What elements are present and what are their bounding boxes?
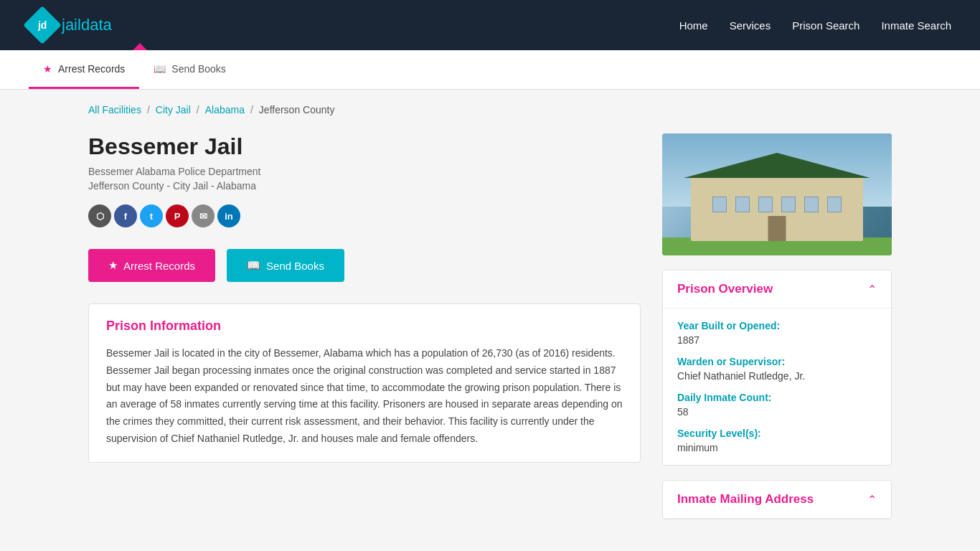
share-button[interactable]: ⬡	[88, 204, 111, 227]
arrest-records-button[interactable]: ★ Arrest Records	[88, 249, 215, 282]
page-title: Bessemer Jail	[88, 133, 641, 160]
breadcrumb-city-jail[interactable]: City Jail	[156, 104, 191, 116]
window-5	[804, 197, 819, 212]
prison-overview-title: Prison Overview	[677, 282, 773, 296]
nav-services[interactable]: Services	[730, 19, 771, 32]
year-built-value: 1887	[677, 334, 877, 346]
content-wrapper: All Facilities / City Jail / Alabama / J…	[60, 90, 920, 548]
book-icon: 📖	[154, 63, 166, 75]
prison-info-card: Prison Information Bessemer Jail is loca…	[88, 303, 641, 463]
chevron-up-icon-2: ⌃	[867, 493, 877, 507]
main-col: Bessemer Jail Bessemer Alabama Police De…	[88, 133, 641, 463]
door-shape	[768, 216, 786, 241]
windows-row	[712, 197, 842, 212]
pinterest-button[interactable]: P	[166, 204, 189, 227]
subnav-triangle	[133, 43, 147, 50]
logo-text: jaildata	[62, 16, 112, 34]
inmate-mailing-header[interactable]: Inmate Mailing Address ⌃	[663, 481, 891, 519]
nav-prison-search[interactable]: Prison Search	[792, 19, 859, 32]
breadcrumb-alabama[interactable]: Alabama	[205, 104, 245, 116]
star-icon: ★	[43, 63, 52, 75]
linkedin-button[interactable]: in	[217, 204, 240, 227]
breadcrumb: All Facilities / City Jail / Alabama / J…	[88, 104, 892, 116]
breadcrumb-all-facilities[interactable]: All Facilities	[88, 104, 141, 116]
inmate-count-label: Daily Inmate Count:	[677, 392, 877, 403]
nav-home[interactable]: Home	[679, 19, 708, 32]
warden-label: Warden or Supervisor:	[677, 356, 877, 367]
prison-overview-card: Prison Overview ⌃ Year Built or Opened: …	[662, 270, 892, 466]
inmate-mailing-card: Inmate Mailing Address ⌃	[662, 480, 892, 519]
subnav: ★ Arrest Records 📖 Send Books	[0, 50, 980, 90]
action-buttons: ★ Arrest Records 📖 Send Books	[88, 249, 641, 282]
facebook-button[interactable]: f	[114, 204, 137, 227]
inmate-mailing-title: Inmate Mailing Address	[677, 492, 814, 507]
social-icons: ⬡ f t P ✉ in	[88, 204, 641, 227]
facility-meta: Jefferson County - City Jail - Alabama	[88, 180, 641, 192]
chevron-up-icon: ⌃	[867, 283, 877, 296]
roof-shape	[684, 153, 870, 178]
window-2	[735, 197, 750, 212]
security-level-label: Security Level(s):	[677, 428, 877, 439]
side-col: Prison Overview ⌃ Year Built or Opened: …	[662, 133, 892, 534]
email-button[interactable]: ✉	[192, 204, 215, 227]
facility-department: Bessemer Alabama Police Department	[88, 166, 641, 177]
subnav-arrest-records[interactable]: ★ Arrest Records	[29, 50, 139, 89]
logo-abbr: jd	[38, 19, 47, 31]
facility-image	[662, 133, 892, 255]
main-nav: Home Services Prison Search Inmate Searc…	[679, 19, 951, 32]
window-4	[781, 197, 796, 212]
year-built-label: Year Built or Opened:	[677, 320, 877, 331]
window-1	[712, 197, 727, 212]
window-3	[758, 197, 773, 212]
prison-info-title: Prison Information	[106, 319, 623, 334]
arrest-star-icon: ★	[108, 259, 118, 272]
window-6	[827, 197, 842, 212]
breadcrumb-sep-3: /	[250, 104, 253, 116]
prison-overview-header[interactable]: Prison Overview ⌃	[663, 270, 891, 309]
warden-value: Chief Nathaniel Rutledge, Jr.	[677, 370, 877, 382]
inmate-count-value: 58	[677, 406, 877, 418]
twitter-button[interactable]: t	[140, 204, 163, 227]
subnav-send-books[interactable]: 📖 Send Books	[139, 50, 240, 89]
prison-overview-body: Year Built or Opened: 1887 Warden or Sup…	[663, 309, 891, 465]
logo-icon: jd	[23, 6, 62, 44]
nav-inmate-search[interactable]: Inmate Search	[881, 19, 951, 32]
breadcrumb-sep-1: /	[147, 104, 150, 116]
two-col-layout: Bessemer Jail Bessemer Alabama Police De…	[88, 133, 892, 534]
prison-info-text: Bessemer Jail is located in the city of …	[106, 345, 623, 448]
send-books-icon: 📖	[247, 259, 260, 272]
breadcrumb-sep-2: /	[197, 104, 199, 116]
security-level-value: minimum	[677, 442, 877, 453]
logo[interactable]: jd jaildata	[29, 11, 112, 39]
breadcrumb-current: Jefferson County	[259, 104, 335, 116]
send-books-button[interactable]: 📖 Send Books	[227, 249, 344, 282]
